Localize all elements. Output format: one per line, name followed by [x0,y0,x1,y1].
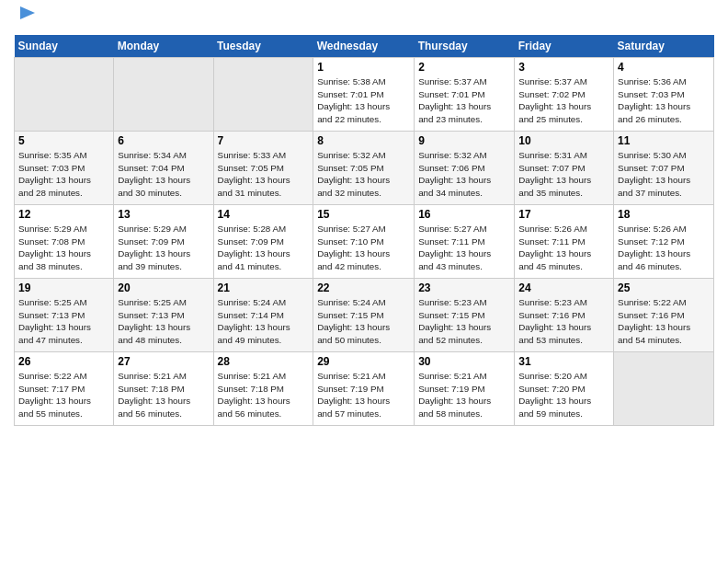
day-number: 19 [18,282,109,294]
day-number: 22 [317,282,410,294]
day-number: 14 [218,208,310,221]
day-number: 20 [118,282,209,294]
day-number: 29 [317,355,410,368]
calendar-cell: 28Sunrise: 5:21 AM Sunset: 7:18 PM Dayli… [213,351,313,425]
calendar-cell: 26Sunrise: 5:22 AM Sunset: 7:17 PM Dayli… [15,351,114,425]
day-info: Sunrise: 5:22 AM Sunset: 7:17 PM Dayligh… [18,370,109,420]
day-info: Sunrise: 5:35 AM Sunset: 7:03 PM Dayligh… [18,149,109,200]
day-info: Sunrise: 5:20 AM Sunset: 7:20 PM Dayligh… [518,370,609,420]
svg-marker-0 [20,6,35,19]
day-number: 24 [518,282,609,294]
calendar-cell: 24Sunrise: 5:23 AM Sunset: 7:16 PM Dayli… [515,278,614,351]
calendar-cell: 31Sunrise: 5:20 AM Sunset: 7:20 PM Dayli… [515,351,614,425]
day-number: 27 [118,355,209,368]
day-info: Sunrise: 5:32 AM Sunset: 7:06 PM Dayligh… [418,149,510,200]
calendar-week-row: 1Sunrise: 5:38 AM Sunset: 7:01 PM Daylig… [15,57,714,131]
calendar-week-row: 19Sunrise: 5:25 AM Sunset: 7:13 PM Dayli… [15,278,714,351]
day-number: 7 [218,134,310,147]
calendar-cell: 9Sunrise: 5:32 AM Sunset: 7:06 PM Daylig… [415,131,515,204]
day-number: 8 [317,134,410,147]
day-info: Sunrise: 5:21 AM Sunset: 7:19 PM Dayligh… [418,370,510,420]
calendar-week-row: 26Sunrise: 5:22 AM Sunset: 7:17 PM Dayli… [15,351,714,425]
day-info: Sunrise: 5:29 AM Sunset: 7:08 PM Dayligh… [18,223,109,273]
calendar-cell: 22Sunrise: 5:24 AM Sunset: 7:15 PM Dayli… [313,278,415,351]
day-number: 21 [218,282,310,294]
day-info: Sunrise: 5:36 AM Sunset: 7:03 PM Dayligh… [618,75,710,126]
day-number: 3 [518,61,609,74]
calendar-cell: 29Sunrise: 5:21 AM Sunset: 7:19 PM Dayli… [313,351,415,425]
page: SundayMondayTuesdayWednesdayThursdayFrid… [0,0,728,435]
calendar-cell: 14Sunrise: 5:28 AM Sunset: 7:09 PM Dayli… [213,204,313,278]
day-number: 9 [418,134,510,147]
day-info: Sunrise: 5:27 AM Sunset: 7:11 PM Dayligh… [418,223,510,273]
day-info: Sunrise: 5:22 AM Sunset: 7:16 PM Dayligh… [618,296,710,347]
day-info: Sunrise: 5:21 AM Sunset: 7:18 PM Dayligh… [118,370,209,420]
weekday-header-saturday: Saturday [614,35,714,58]
weekday-header-tuesday: Tuesday [213,35,313,58]
weekday-header-friday: Friday [515,35,614,58]
day-info: Sunrise: 5:34 AM Sunset: 7:04 PM Dayligh… [118,149,209,200]
calendar-cell [614,351,714,425]
calendar-cell: 13Sunrise: 5:29 AM Sunset: 7:09 PM Dayli… [114,204,213,278]
header [14,9,714,28]
calendar-cell: 17Sunrise: 5:26 AM Sunset: 7:11 PM Dayli… [515,204,614,278]
day-number: 1 [317,61,410,74]
weekday-header-sunday: Sunday [15,35,114,58]
weekday-header-thursday: Thursday [415,35,515,58]
day-info: Sunrise: 5:32 AM Sunset: 7:05 PM Dayligh… [317,149,410,200]
weekday-header-monday: Monday [114,35,213,58]
day-info: Sunrise: 5:33 AM Sunset: 7:05 PM Dayligh… [218,149,310,200]
day-number: 6 [118,134,209,147]
calendar-cell: 27Sunrise: 5:21 AM Sunset: 7:18 PM Dayli… [114,351,213,425]
day-number: 15 [317,208,410,221]
day-number: 18 [618,208,710,221]
day-info: Sunrise: 5:29 AM Sunset: 7:09 PM Dayligh… [118,223,209,273]
calendar-cell: 11Sunrise: 5:30 AM Sunset: 7:07 PM Dayli… [614,131,714,204]
calendar-cell: 6Sunrise: 5:34 AM Sunset: 7:04 PM Daylig… [114,131,213,204]
day-info: Sunrise: 5:23 AM Sunset: 7:16 PM Dayligh… [518,296,609,347]
day-info: Sunrise: 5:28 AM Sunset: 7:09 PM Dayligh… [218,223,310,273]
day-number: 31 [518,355,609,368]
day-info: Sunrise: 5:23 AM Sunset: 7:15 PM Dayligh… [418,296,510,347]
day-info: Sunrise: 5:21 AM Sunset: 7:19 PM Dayligh… [317,370,410,420]
day-number: 16 [418,208,510,221]
logo-arrow-icon [17,3,37,23]
day-number: 10 [518,134,609,147]
day-number: 25 [618,282,710,294]
calendar-cell: 12Sunrise: 5:29 AM Sunset: 7:08 PM Dayli… [15,204,114,278]
calendar-cell: 2Sunrise: 5:37 AM Sunset: 7:01 PM Daylig… [415,57,515,131]
calendar-cell: 7Sunrise: 5:33 AM Sunset: 7:05 PM Daylig… [213,131,313,204]
day-number: 11 [618,134,710,147]
calendar-cell: 23Sunrise: 5:23 AM Sunset: 7:15 PM Dayli… [415,278,515,351]
calendar-week-row: 12Sunrise: 5:29 AM Sunset: 7:08 PM Dayli… [15,204,714,278]
day-info: Sunrise: 5:26 AM Sunset: 7:12 PM Dayligh… [618,223,710,273]
calendar-cell: 20Sunrise: 5:25 AM Sunset: 7:13 PM Dayli… [114,278,213,351]
calendar-cell: 16Sunrise: 5:27 AM Sunset: 7:11 PM Dayli… [415,204,515,278]
calendar-cell [213,57,313,131]
calendar-cell: 25Sunrise: 5:22 AM Sunset: 7:16 PM Dayli… [614,278,714,351]
day-info: Sunrise: 5:26 AM Sunset: 7:11 PM Dayligh… [518,223,609,273]
day-info: Sunrise: 5:37 AM Sunset: 7:02 PM Dayligh… [518,75,609,126]
day-number: 30 [418,355,510,368]
day-info: Sunrise: 5:30 AM Sunset: 7:07 PM Dayligh… [618,149,710,200]
day-info: Sunrise: 5:38 AM Sunset: 7:01 PM Dayligh… [317,75,410,126]
day-number: 28 [218,355,310,368]
calendar-cell: 30Sunrise: 5:21 AM Sunset: 7:19 PM Dayli… [415,351,515,425]
calendar-cell: 5Sunrise: 5:35 AM Sunset: 7:03 PM Daylig… [15,131,114,204]
day-info: Sunrise: 5:31 AM Sunset: 7:07 PM Dayligh… [518,149,609,200]
day-number: 4 [618,61,710,74]
day-info: Sunrise: 5:25 AM Sunset: 7:13 PM Dayligh… [18,296,109,347]
day-number: 12 [18,208,109,221]
calendar-cell: 21Sunrise: 5:24 AM Sunset: 7:14 PM Dayli… [213,278,313,351]
day-number: 26 [18,355,109,368]
calendar-cell: 19Sunrise: 5:25 AM Sunset: 7:13 PM Dayli… [15,278,114,351]
calendar-table: SundayMondayTuesdayWednesdayThursdayFrid… [14,35,714,426]
calendar-cell: 1Sunrise: 5:38 AM Sunset: 7:01 PM Daylig… [313,57,415,131]
calendar-cell: 4Sunrise: 5:36 AM Sunset: 7:03 PM Daylig… [614,57,714,131]
weekday-header-row: SundayMondayTuesdayWednesdayThursdayFrid… [15,35,714,58]
calendar-week-row: 5Sunrise: 5:35 AM Sunset: 7:03 PM Daylig… [15,131,714,204]
day-number: 23 [418,282,510,294]
calendar-cell [114,57,213,131]
logo [14,9,37,28]
day-number: 2 [418,61,510,74]
